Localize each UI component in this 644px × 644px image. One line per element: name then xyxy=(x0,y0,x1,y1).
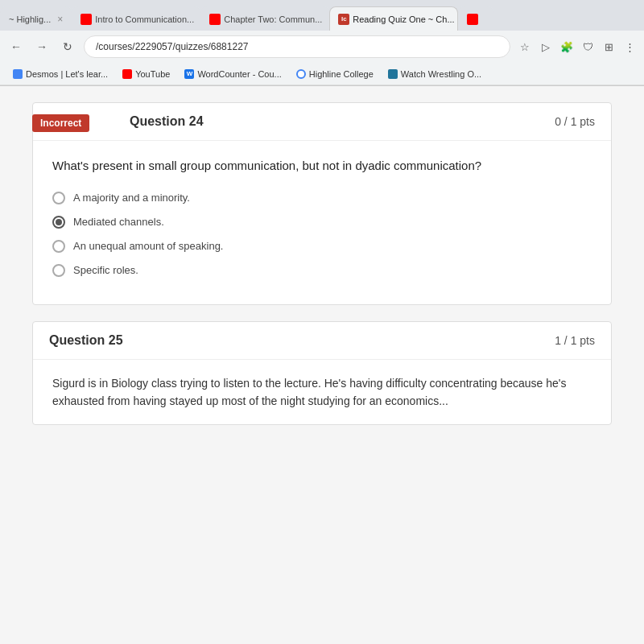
bookmark-youtube[interactable]: YouTube xyxy=(116,68,176,80)
tab-highlight[interactable]: ~ Highlig... × xyxy=(0,6,72,31)
youtube-bm-icon xyxy=(122,69,132,79)
youtube-tab-icon2 xyxy=(209,14,221,25)
tab-chapter[interactable]: Chapter Two: Commun... × xyxy=(200,6,329,31)
radio-2[interactable] xyxy=(52,216,65,229)
shield-icon[interactable]: 🛡 xyxy=(580,39,596,55)
bookmark-label: Highline College xyxy=(309,69,374,79)
extension-icon[interactable]: 🧩 xyxy=(559,39,575,55)
bookmark-watch[interactable]: Watch Wrestling O... xyxy=(382,68,488,80)
question-25-header: Question 25 1 / 1 pts xyxy=(33,322,611,360)
page-content: Incorrect Question 24 0 / 1 pts What's p… xyxy=(0,86,644,644)
answer-label-4: Specific roles. xyxy=(73,264,138,276)
back-button[interactable]: ← xyxy=(6,37,26,56)
answer-label-3: An unequal amount of speaking. xyxy=(73,240,223,252)
tab-intro[interactable]: Intro to Communication... × xyxy=(72,6,200,31)
tab-extra[interactable] xyxy=(458,6,493,31)
answer-label-1: A majority and a minority. xyxy=(73,192,190,204)
question-25-card: Question 25 1 / 1 pts Sigurd is in Biolo… xyxy=(32,321,612,426)
question-24-body: What's present in small group communicat… xyxy=(33,141,611,304)
refresh-button[interactable]: ↻ xyxy=(58,37,77,56)
grid-icon[interactable]: ⊞ xyxy=(601,39,617,55)
radio-1[interactable] xyxy=(52,192,65,204)
question-25-text: Sigurd is in Biology class trying to lis… xyxy=(52,374,592,411)
forward-button[interactable]: → xyxy=(32,37,52,56)
tab-quiz[interactable]: Ic Reading Quiz One ~ Ch... × xyxy=(329,6,458,31)
tab-label: Intro to Communication... xyxy=(95,14,194,24)
tab-close[interactable]: × xyxy=(57,14,63,25)
question-24-card: Incorrect Question 24 0 / 1 pts What's p… xyxy=(32,102,612,305)
ilc-tab-icon: Ic xyxy=(338,14,349,25)
bookmark-star-icon[interactable]: ☆ xyxy=(517,39,533,55)
question-24-text: What's present in small group communicat… xyxy=(52,157,592,175)
radio-2-inner xyxy=(56,219,62,225)
tab-label: Chapter Two: Commun... xyxy=(224,14,322,24)
question-25-pts: 1 / 1 pts xyxy=(555,334,595,347)
youtube-tab-icon3 xyxy=(467,14,478,25)
answer-option-4[interactable]: Specific roles. xyxy=(52,264,592,277)
tab-label: ~ Highlig... xyxy=(9,14,51,24)
bookmark-highline[interactable]: Highline College xyxy=(290,68,380,80)
tab-label: Reading Quiz One ~ Ch... xyxy=(353,14,454,24)
bookmarks-bar: Desmos | Let's lear... YouTube W WordCou… xyxy=(0,63,644,85)
browser-icons: ☆ ▷ 🧩 🛡 ⊞ ⋮ xyxy=(517,39,638,55)
highline-icon xyxy=(296,69,306,79)
bookmark-label: Desmos | Let's lear... xyxy=(26,69,108,79)
question-24-header: Incorrect Question 24 0 / 1 pts xyxy=(33,103,611,141)
cast-icon[interactable]: ▷ xyxy=(538,39,554,55)
question-25-title: Question 25 xyxy=(49,333,123,348)
address-input[interactable] xyxy=(84,35,510,58)
address-bar: ← → ↻ ☆ ▷ 🧩 🛡 ⊞ ⋮ xyxy=(0,31,644,63)
bookmark-wordcounter[interactable]: W WordCounter - Cou... xyxy=(178,68,287,80)
question-24-pts: 0 / 1 pts xyxy=(555,115,595,128)
incorrect-badge: Incorrect xyxy=(32,114,89,132)
question-24-title: Question 24 xyxy=(130,114,204,129)
bookmark-label: YouTube xyxy=(135,69,170,79)
tab-bar: ~ Highlig... × Intro to Communication...… xyxy=(0,0,644,31)
watch-icon xyxy=(388,69,398,79)
answer-option-2[interactable]: Mediated channels. xyxy=(52,216,592,229)
desmos-icon xyxy=(13,69,23,79)
question-25-body: Sigurd is in Biology class trying to lis… xyxy=(33,360,611,425)
bookmark-label: WordCounter - Cou... xyxy=(197,69,281,79)
browser-chrome: ~ Highlig... × Intro to Communication...… xyxy=(0,0,644,86)
answer-label-2: Mediated channels. xyxy=(73,216,164,228)
bookmark-desmos[interactable]: Desmos | Let's lear... xyxy=(6,68,114,80)
answer-option-1[interactable]: A majority and a minority. xyxy=(52,192,592,204)
menu-icon[interactable]: ⋮ xyxy=(621,39,638,55)
wordcounter-icon: W xyxy=(184,69,194,79)
radio-4[interactable] xyxy=(52,264,65,277)
answer-option-3[interactable]: An unequal amount of speaking. xyxy=(52,240,592,253)
bookmark-label: Watch Wrestling O... xyxy=(401,69,481,79)
youtube-tab-icon xyxy=(80,14,92,25)
radio-3[interactable] xyxy=(52,240,65,253)
